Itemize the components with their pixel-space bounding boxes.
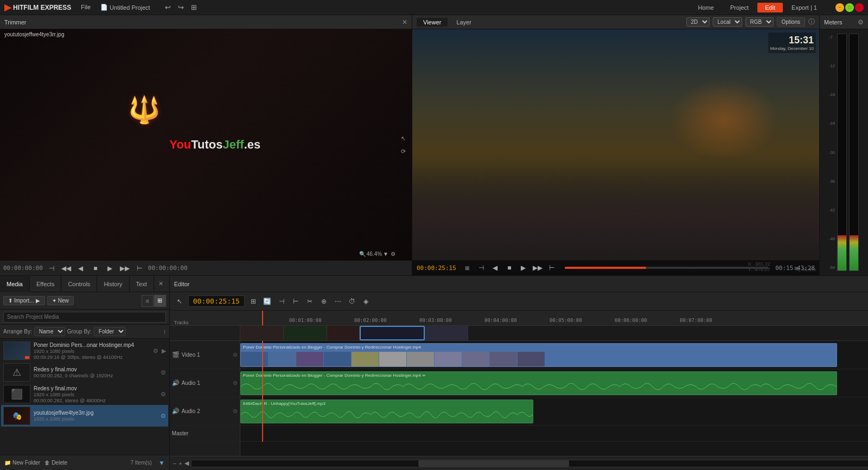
editor-label: Editor — [174, 281, 190, 287]
sort-direction-btn[interactable]: ↕ — [163, 329, 166, 334]
new-icon: ✦ — [52, 298, 56, 304]
media-gear-1[interactable]: ⚙ — [153, 347, 158, 355]
stop-btn[interactable]: ■ — [89, 262, 102, 275]
viewer-prev-frame[interactable]: ⊣ — [475, 261, 488, 274]
settings-icon[interactable]: ⚙ — [391, 251, 395, 257]
audio2-clip[interactable]: 648#Dach R - Unhappy[YouTutosJeff].mp3 — [240, 400, 533, 423]
trimmer-close-button[interactable]: ✕ — [402, 18, 407, 26]
undo-button[interactable]: ↩ — [162, 2, 174, 14]
rotate-tool[interactable]: ⟳ — [398, 146, 409, 157]
audio2-gear[interactable]: ⚙ — [233, 408, 238, 414]
play-back-btn[interactable]: ◀ — [74, 262, 87, 275]
viewer-progress-bar[interactable] — [565, 267, 769, 269]
tab-text[interactable]: Text — [130, 276, 154, 292]
media-details-3a: 1920 x 1080 pixels — [34, 392, 157, 397]
select-tool[interactable]: ↖ — [398, 133, 409, 144]
meter-fill-right — [850, 235, 858, 271]
editor-comp-btn[interactable]: ◈ — [360, 295, 373, 308]
nav-tab-home[interactable]: Home — [691, 3, 722, 12]
tab-controls[interactable]: Controls — [61, 276, 97, 292]
minimize-button[interactable]: − — [835, 3, 844, 12]
editor-split-btn[interactable]: ✂ — [303, 295, 316, 308]
maximize-button[interactable]: □ — [845, 3, 854, 12]
zoom-out-btn[interactable]: − — [173, 460, 176, 467]
color-space-select[interactable]: Local — [713, 17, 742, 27]
tab-media[interactable]: Media — [0, 276, 30, 292]
zoom-in-btn[interactable]: + — [178, 460, 182, 467]
close-button[interactable]: × — [855, 3, 864, 12]
timeline-minimap[interactable] — [191, 460, 868, 467]
layer-tab[interactable]: Layer — [450, 18, 478, 27]
step-back-btn[interactable]: ◀◀ — [60, 262, 73, 275]
audio1-clip[interactable]: Poner Dominio Personalizado en Blogger -… — [240, 371, 837, 395]
editor-toolbar-btns: ⊞ 🔄 ⊣ ⊢ ✂ ⊕ ⋯ ⏱ ◈ — [247, 295, 373, 308]
media-gear-4[interactable]: ⚙ — [161, 413, 166, 420]
delete-button[interactable]: 🗑 Delete — [44, 460, 67, 466]
media-item-selected[interactable]: 🎭 yoututosjeffwe4tye3rr.jpg 1920 x 1080 … — [1, 405, 168, 427]
video1-clip[interactable]: Poner Dominio Personalizado en Blogger -… — [240, 343, 837, 367]
viewer-next-frame[interactable]: ⊢ — [545, 261, 558, 274]
import-dropdown-icon[interactable]: ▶ — [36, 298, 40, 304]
view-mode-select[interactable]: 2D3D — [686, 17, 710, 27]
viewer-play-fwd[interactable]: ▶▶ — [531, 261, 544, 274]
options-btn[interactable]: Options — [777, 17, 805, 27]
editor-in-btn[interactable]: ⊣ — [275, 295, 288, 308]
grid-button[interactable]: ⊞ — [188, 2, 200, 14]
editor-move-btn[interactable]: ⊕ — [317, 295, 330, 308]
scroll-left-btn[interactable]: ◀ — [184, 460, 189, 467]
nav-tabs: Home Project Edit Export | 1 — [691, 3, 825, 12]
arrange-select[interactable]: Name Date Type — [34, 327, 65, 336]
viewer-tab[interactable]: Viewer — [417, 18, 448, 27]
channel-select[interactable]: RGB — [745, 17, 774, 27]
viewer-stop[interactable]: ■ — [503, 261, 516, 274]
audio1-gear[interactable]: ⚙ — [233, 380, 238, 386]
import-button[interactable]: ⬆ Import... ▶ — [3, 296, 45, 305]
group-select[interactable]: Folder None — [94, 327, 126, 336]
panel-collapse-btn[interactable]: ▼ — [158, 459, 165, 467]
audio2-waveform — [241, 407, 533, 423]
in-point-btn[interactable]: ⊣ — [45, 262, 58, 275]
play-btn[interactable]: ▶ — [104, 262, 117, 275]
menu-project[interactable]: 📄 Untitled Project — [96, 3, 155, 12]
tracks-labels: 🎬 Video 1 ⚙ 🔊 Audio 1 ⚙ 🔊 — [170, 341, 240, 456]
media-extra-1[interactable]: ▶ — [162, 347, 166, 355]
redo-button[interactable]: ↪ — [175, 2, 187, 14]
media-item[interactable]: Poner Dominio Pers...onar Hostinger.mp4 … — [1, 340, 168, 362]
viewer-clip-icon[interactable]: ⊞ — [461, 261, 474, 274]
list-view-btn[interactable]: ≡ — [142, 295, 154, 307]
editor-out-btn[interactable]: ⊢ — [289, 295, 302, 308]
menu-file[interactable]: File — [76, 3, 95, 12]
out-point-btn[interactable]: ⊢ — [133, 262, 146, 275]
new-folder-button[interactable]: 📁 New Folder — [4, 460, 40, 466]
media-item[interactable]: ⬛ Redes y final.mov 1920 x 1080 pixels 0… — [1, 383, 168, 405]
editor-ripple-btn[interactable]: ⋯ — [331, 295, 344, 308]
media-gear-2[interactable]: ⚙ — [161, 369, 166, 376]
nav-tab-edit[interactable]: Edit — [757, 3, 783, 12]
panel-close-btn[interactable]: ✕ — [155, 278, 167, 290]
media-item[interactable]: ⚠ Redes y final.mov 00:00:00.282, 0 chan… — [1, 362, 168, 383]
editor-snap-btn[interactable]: ⊞ — [247, 295, 260, 308]
watermark-overlay: YouTutosJeff.es — [169, 138, 260, 152]
media-gear-3[interactable]: ⚙ — [161, 391, 166, 398]
search-input[interactable] — [3, 312, 166, 323]
project-icon: 📄 — [100, 4, 108, 11]
zoom-dropdown-icon[interactable]: ▼ — [383, 251, 388, 257]
meters-settings[interactable]: ⚙ — [858, 18, 864, 26]
tab-history[interactable]: History — [97, 276, 129, 292]
viewer-play-back[interactable]: ◀ — [489, 261, 502, 274]
editor-select-tool[interactable]: ↖ — [173, 295, 186, 308]
media-thumb-video — [3, 342, 30, 360]
editor-loop-btn[interactable]: 🔄 — [261, 295, 274, 308]
editor-rate-btn[interactable]: ⏱ — [346, 295, 359, 308]
info-icon[interactable]: ⓘ — [808, 17, 815, 27]
nav-tab-export[interactable]: Export | 1 — [784, 3, 825, 12]
tab-effects[interactable]: Effects — [30, 276, 61, 292]
step-fwd-btn[interactable]: ▶▶ — [118, 262, 131, 275]
master-label-row: Master — [170, 426, 240, 442]
grid-view-btn[interactable]: ⊞ — [154, 295, 166, 307]
editor-header: Editor 📤 Export ⓘ — [170, 276, 868, 292]
viewer-play[interactable]: ▶ — [517, 261, 530, 274]
nav-tab-project[interactable]: Project — [723, 3, 756, 12]
new-button[interactable]: ✦ New — [47, 296, 74, 305]
video1-gear[interactable]: ⚙ — [233, 352, 238, 358]
